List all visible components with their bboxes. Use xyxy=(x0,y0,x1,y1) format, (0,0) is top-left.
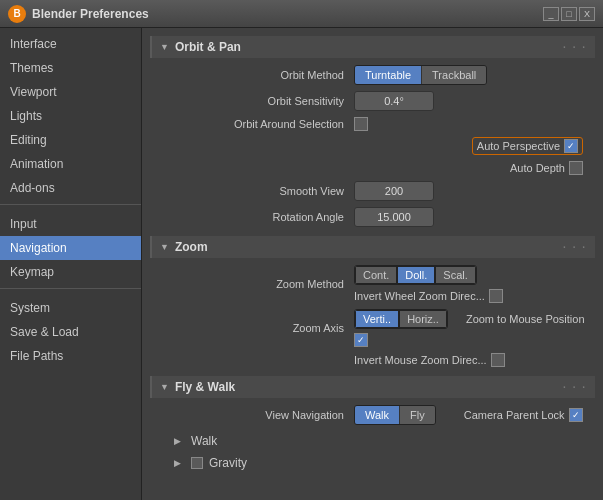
sidebar-item-themes[interactable]: Themes xyxy=(0,56,141,80)
walk-triangle: ▶ xyxy=(174,436,181,446)
orbit-pan-title: Orbit & Pan xyxy=(175,40,241,54)
view-navigation-controls: Walk Fly Camera Parent Lock xyxy=(354,405,583,425)
orbit-pan-section: ▼ Orbit & Pan · · · xyxy=(150,36,595,58)
zoom-to-mouse-label: Zoom to Mouse Position xyxy=(466,313,585,325)
camera-parent-lock-checkbox[interactable] xyxy=(569,408,583,422)
auto-depth-controls: Auto Depth xyxy=(510,161,583,175)
gravity-label: Gravity xyxy=(209,456,247,470)
view-navigation-label: View Navigation xyxy=(154,409,354,421)
walk-button[interactable]: Walk xyxy=(355,406,400,424)
minimize-button[interactable]: _ xyxy=(543,7,559,21)
zoom-collapse-triangle[interactable]: ▼ xyxy=(160,242,169,252)
zoom-method-controls: Cont. Doll. Scal. Invert Wheel Zoom Dire… xyxy=(354,265,591,303)
orbit-around-row: Orbit Around Selection xyxy=(154,116,591,132)
view-navigation-group: Walk Fly xyxy=(354,405,436,425)
content-area: ▼ Orbit & Pan · · · Orbit Method Turntab… xyxy=(142,28,603,500)
smooth-view-label: Smooth View xyxy=(154,185,354,197)
zoom-axis-group: Verti.. Horiz.. xyxy=(354,309,448,329)
camera-parent-lock-label: Camera Parent Lock xyxy=(464,409,565,421)
rotation-angle-row: Rotation Angle xyxy=(154,206,591,228)
window-title: Blender Preferences xyxy=(32,7,543,21)
zoom-axis-label: Zoom Axis xyxy=(154,322,354,334)
auto-perspective-label: Auto Perspective xyxy=(477,140,560,152)
fly-button[interactable]: Fly xyxy=(400,406,435,424)
fly-walk-collapse-triangle[interactable]: ▼ xyxy=(160,382,169,392)
gravity-checkbox[interactable] xyxy=(191,457,203,469)
zoom-cont-button[interactable]: Cont. xyxy=(355,266,397,284)
fly-walk-section: ▼ Fly & Walk · · · xyxy=(150,376,595,398)
sidebar-item-input[interactable]: Input xyxy=(0,212,141,236)
orbit-method-row: Orbit Method Turntable Trackball xyxy=(154,64,591,86)
orbit-method-label: Orbit Method xyxy=(154,69,354,81)
gravity-triangle: ▶ xyxy=(174,458,181,468)
sidebar-item-system[interactable]: System xyxy=(0,296,141,320)
auto-depth-row: Auto Depth xyxy=(154,160,591,176)
sidebar-item-viewport[interactable]: Viewport xyxy=(0,80,141,104)
sidebar-item-saveload[interactable]: Save & Load xyxy=(0,320,141,344)
zoom-horiz-button[interactable]: Horiz.. xyxy=(399,310,447,328)
rotation-angle-label: Rotation Angle xyxy=(154,211,354,223)
orbit-around-checkbox[interactable] xyxy=(354,117,368,131)
invert-mouse-zoom-row: Invert Mouse Zoom Direc... xyxy=(154,352,591,368)
invert-mouse-zoom-controls: Invert Mouse Zoom Direc... xyxy=(354,353,505,367)
zoom-axis-controls: Verti.. Horiz.. Zoom to Mouse Position xyxy=(354,309,591,347)
auto-perspective-highlight: Auto Perspective xyxy=(472,137,583,155)
zoom-method-group: Cont. Doll. Scal. xyxy=(354,265,477,285)
orbit-sensitivity-label: Orbit Sensitivity xyxy=(154,95,354,107)
zoom-method-label: Zoom Method xyxy=(154,278,354,290)
gravity-sub-item[interactable]: ▶ Gravity xyxy=(154,452,591,474)
zoom-to-mouse-checkbox[interactable] xyxy=(354,333,368,347)
sidebar-item-interface[interactable]: Interface xyxy=(0,32,141,56)
orbit-method-controls: Turntable Trackball xyxy=(354,65,487,85)
invert-wheel-label: Invert Wheel Zoom Direc... xyxy=(354,290,485,302)
sidebar-item-lights[interactable]: Lights xyxy=(0,104,141,128)
rotation-angle-input[interactable] xyxy=(354,207,434,227)
sidebar-item-navigation[interactable]: Navigation xyxy=(0,236,141,260)
sidebar: Interface Themes Viewport Lights Editing… xyxy=(0,28,142,500)
sidebar-item-keymap[interactable]: Keymap xyxy=(0,260,141,284)
smooth-view-controls xyxy=(354,181,434,201)
invert-mouse-zoom-text: Invert Mouse Zoom Direc... xyxy=(354,354,487,366)
window-controls[interactable]: _ □ X xyxy=(543,7,595,21)
collapse-triangle[interactable]: ▼ xyxy=(160,42,169,52)
zoom-axis-row: Zoom Axis Verti.. Horiz.. Zoom to Mouse … xyxy=(154,308,591,348)
zoom-scal-button[interactable]: Scal. xyxy=(435,266,475,284)
auto-depth-label: Auto Depth xyxy=(510,162,565,174)
maximize-button[interactable]: □ xyxy=(561,7,577,21)
rotation-angle-controls xyxy=(354,207,434,227)
zoom-method-row: Zoom Method Cont. Doll. Scal. Invert Whe… xyxy=(154,264,591,304)
auto-perspective-checkbox[interactable] xyxy=(564,139,578,153)
orbit-sensitivity-input[interactable] xyxy=(354,91,434,111)
title-bar: B Blender Preferences _ □ X xyxy=(0,0,603,28)
smooth-view-row: Smooth View xyxy=(154,180,591,202)
walk-label: Walk xyxy=(191,434,217,448)
trackball-button[interactable]: Trackball xyxy=(422,66,486,84)
sidebar-item-animation[interactable]: Animation xyxy=(0,152,141,176)
auto-perspective-row: Auto Perspective xyxy=(154,136,591,156)
zoom-doll-button[interactable]: Doll. xyxy=(397,266,435,284)
close-button[interactable]: X xyxy=(579,7,595,21)
sidebar-item-addons[interactable]: Add-ons xyxy=(0,176,141,200)
smooth-view-input[interactable] xyxy=(354,181,434,201)
view-navigation-row: View Navigation Walk Fly Camera Parent L… xyxy=(154,404,591,426)
fly-walk-title: Fly & Walk xyxy=(175,380,235,394)
app-icon: B xyxy=(8,5,26,23)
zoom-verti-button[interactable]: Verti.. xyxy=(355,310,399,328)
zoom-section: ▼ Zoom · · · xyxy=(150,236,595,258)
zoom-title: Zoom xyxy=(175,240,208,254)
orbit-around-controls xyxy=(354,117,368,131)
invert-wheel-checkbox[interactable] xyxy=(489,289,503,303)
sidebar-item-editing[interactable]: Editing xyxy=(0,128,141,152)
main-container: Interface Themes Viewport Lights Editing… xyxy=(0,28,603,500)
auto-depth-checkbox[interactable] xyxy=(569,161,583,175)
orbit-around-label: Orbit Around Selection xyxy=(154,118,354,130)
orbit-method-group: Turntable Trackball xyxy=(354,65,487,85)
invert-mouse-zoom-checkbox[interactable] xyxy=(491,353,505,367)
sidebar-item-filepaths[interactable]: File Paths xyxy=(0,344,141,368)
walk-sub-item[interactable]: ▶ Walk xyxy=(154,430,591,452)
orbit-sensitivity-controls xyxy=(354,91,434,111)
turntable-button[interactable]: Turntable xyxy=(355,66,422,84)
orbit-sensitivity-row: Orbit Sensitivity xyxy=(154,90,591,112)
